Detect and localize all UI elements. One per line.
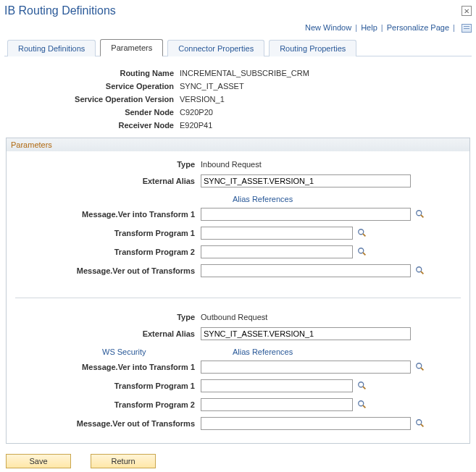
lookup-icon[interactable] (357, 247, 367, 257)
receiver-node-value: E920P41 (180, 121, 212, 130)
page-title: IB Routing Definitions (4, 4, 116, 17)
outbound-type-value: Outbound Request (201, 313, 461, 321)
inbound-msgver-in-label: Message.Ver into Transform 1 (15, 210, 201, 219)
svg-point-8 (417, 363, 422, 368)
sender-node-value: C920P20 (180, 108, 213, 117)
inbound-transform1-input[interactable] (201, 227, 353, 240)
tab-bar: Routing Definitions Parameters Connector… (4, 38, 472, 56)
inbound-alias-references-link[interactable]: Alias References (233, 195, 293, 203)
service-operation-value: SYNC_IT_ASSET (180, 82, 244, 90)
svg-line-7 (421, 271, 424, 274)
parameters-group-title: Parameters (7, 138, 469, 151)
close-icon[interactable]: ✕ (462, 6, 472, 16)
service-operation-version-label: Service Operation Version (4, 95, 180, 104)
outbound-external-alias-input[interactable] (201, 327, 411, 340)
svg-line-1 (421, 215, 424, 218)
top-links-bar: New Window | Help | Personalize Page | (4, 22, 472, 38)
tab-parameters[interactable]: Parameters (100, 39, 163, 56)
outbound-transform1-label: Transform Program 1 (15, 382, 201, 390)
ws-security-link[interactable]: WS Security (102, 347, 146, 356)
outbound-msgver-out-label: Message.Ver out of Transforms (15, 419, 201, 428)
svg-point-6 (417, 267, 422, 272)
service-operation-label: Service Operation (4, 82, 180, 90)
inbound-transform2-input[interactable] (201, 245, 353, 258)
routing-name-label: Routing Name (4, 69, 180, 77)
svg-line-13 (363, 405, 366, 408)
outbound-msgver-out-input[interactable] (201, 417, 411, 430)
lookup-icon[interactable] (357, 381, 367, 391)
outbound-transform1-input[interactable] (201, 379, 353, 392)
svg-line-11 (363, 387, 366, 389)
inbound-external-alias-label: External Alias (15, 177, 201, 185)
svg-line-9 (421, 368, 424, 371)
tab-routing-definitions[interactable]: Routing Definitions (7, 40, 96, 56)
help-link[interactable]: Help (361, 23, 377, 32)
svg-line-3 (363, 234, 366, 237)
inbound-type-label: Type (15, 160, 201, 169)
outbound-external-alias-label: External Alias (15, 329, 201, 338)
inbound-external-alias-input[interactable] (201, 174, 411, 187)
inbound-type-value: Inbound Request (201, 160, 461, 169)
receiver-node-label: Receiver Node (4, 121, 180, 130)
svg-point-12 (359, 401, 364, 406)
routing-name-value: INCREMENTAL_SUBSCRIBE_CRM (180, 69, 309, 77)
outbound-msgver-in-label: Message.Ver into Transform 1 (15, 363, 201, 371)
svg-point-10 (359, 382, 364, 387)
svg-point-2 (359, 229, 364, 235)
inbound-msgver-out-label: Message.Ver out of Transforms (15, 266, 201, 275)
inbound-transform2-label: Transform Program 2 (15, 248, 201, 256)
personalize-page-link[interactable]: Personalize Page (387, 23, 449, 32)
inbound-transform1-label: Transform Program 1 (15, 229, 201, 237)
service-operation-version-value: VERSION_1 (180, 95, 225, 104)
inbound-msgver-out-input[interactable] (201, 264, 411, 277)
outbound-type-label: Type (15, 313, 201, 321)
lookup-icon[interactable] (357, 400, 367, 410)
svg-point-4 (359, 248, 364, 253)
lookup-icon[interactable] (415, 266, 425, 276)
tab-connector-properties[interactable]: Connector Properties (167, 40, 264, 56)
section-divider (15, 298, 461, 298)
svg-point-14 (417, 420, 422, 425)
outbound-transform2-input[interactable] (201, 398, 353, 411)
lookup-icon[interactable] (415, 418, 425, 429)
new-window-link[interactable]: New Window (305, 23, 351, 32)
page-options-icon[interactable] (462, 24, 472, 33)
inbound-msgver-in-input[interactable] (201, 208, 411, 221)
outbound-alias-references-link[interactable]: Alias References (233, 347, 293, 356)
parameters-group: Parameters Type Inbound Request External… (6, 138, 470, 444)
lookup-icon[interactable] (357, 228, 367, 238)
svg-point-0 (417, 211, 422, 216)
save-button[interactable]: Save (6, 454, 71, 468)
lookup-icon[interactable] (415, 209, 425, 219)
return-button[interactable]: Return (91, 454, 156, 468)
lookup-icon[interactable] (415, 362, 425, 372)
routing-info: Routing Name INCREMENTAL_SUBSCRIBE_CRM S… (4, 56, 472, 138)
svg-line-5 (363, 253, 366, 256)
outbound-transform2-label: Transform Program 2 (15, 400, 201, 409)
tab-routing-properties[interactable]: Routing Properties (269, 40, 356, 56)
svg-line-15 (421, 424, 424, 427)
sender-node-label: Sender Node (4, 108, 180, 117)
outbound-msgver-in-input[interactable] (201, 361, 411, 374)
